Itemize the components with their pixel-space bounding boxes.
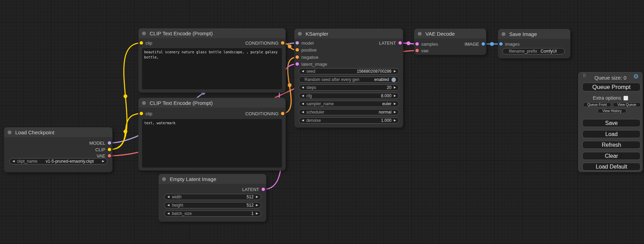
input-port-clip[interactable]: [140, 41, 143, 45]
node-ksampler[interactable]: KSampler model positive negative latent_…: [294, 29, 403, 127]
node-title: CLIP Text Encode (Prompt): [150, 30, 213, 36]
widget-seed[interactable]: ◀ seed 156680208700286 ▶: [299, 68, 399, 74]
collapse-dot[interactable]: [8, 130, 11, 134]
toggle-indicator[interactable]: [391, 78, 396, 82]
decrement-arrow-icon[interactable]: ◀: [167, 212, 169, 215]
increment-arrow-icon[interactable]: ▶: [394, 119, 396, 122]
node-clip-text-encode-negative[interactable]: CLIP Text Encode (Prompt) clip CONDITION…: [139, 98, 285, 170]
input-label: model: [301, 40, 314, 46]
output-port-latent[interactable]: [398, 41, 402, 45]
queue-front-button[interactable]: Queue Front: [583, 102, 611, 107]
output-port-model[interactable]: [108, 141, 111, 145]
widget-width[interactable]: ◀ width 512 ▶: [164, 194, 261, 200]
node-empty-latent-image[interactable]: Empty Latent Image LATENT ◀ width 512 ▶ …: [159, 174, 266, 222]
output-port-conditioning[interactable]: [281, 41, 284, 45]
queue-prompt-button[interactable]: Queue Prompt: [582, 83, 641, 91]
increment-arrow-icon[interactable]: ▶: [394, 94, 396, 97]
increment-arrow-icon[interactable]: ▶: [256, 212, 258, 215]
input-port-samples[interactable]: [415, 42, 419, 46]
input-port-latent-image[interactable]: [295, 62, 299, 66]
view-queue-button[interactable]: View Queue: [613, 102, 641, 107]
widget-value: 8.000: [381, 93, 391, 98]
node-title: Save Image: [509, 31, 537, 37]
node-title-bar: KSampler: [294, 29, 403, 38]
decrement-arrow-icon[interactable]: ◀: [302, 86, 304, 89]
node-title-bar: CLIP Text Encode (Prompt): [139, 98, 285, 108]
queue-control-panel[interactable]: ⠿ Queue size: 0 ⚙ Queue Prompt Extra opt…: [578, 72, 643, 172]
widget-cfg[interactable]: ◀ cfg 8.000 ▶: [299, 93, 399, 99]
next-arrow-icon[interactable]: ▶: [394, 111, 396, 114]
next-arrow-icon[interactable]: ▶: [102, 160, 104, 163]
input-port-positive[interactable]: [295, 48, 299, 52]
output-port-row: LATENT: [379, 40, 402, 46]
output-port-row: MODEL: [89, 140, 111, 146]
collapse-dot[interactable]: [142, 31, 146, 35]
output-port-row: IMAGE: [465, 41, 485, 47]
input-port-row: images: [499, 41, 520, 47]
node-graph-canvas[interactable]: Load Checkpoint MODEL CLIP VAE ◀ ckpt_na…: [0, 0, 644, 244]
collapse-dot[interactable]: [418, 32, 422, 36]
decrement-arrow-icon[interactable]: ◀: [302, 119, 304, 122]
widget-height[interactable]: ◀ height 512 ▶: [164, 202, 261, 208]
load-default-button[interactable]: Load Default: [582, 163, 641, 171]
output-port-clip[interactable]: [108, 148, 111, 151]
collapse-dot[interactable]: [162, 177, 166, 181]
view-history-button[interactable]: View History: [598, 109, 626, 113]
increment-arrow-icon[interactable]: ▶: [256, 196, 258, 198]
output-port-conditioning[interactable]: [281, 112, 284, 115]
save-button[interactable]: Save: [582, 119, 641, 127]
output-port-vae[interactable]: [108, 154, 111, 157]
refresh-button[interactable]: Refresh: [582, 141, 641, 149]
node-load-checkpoint[interactable]: Load Checkpoint MODEL CLIP VAE ◀ ckpt_na…: [4, 127, 112, 172]
widget-value: 1.000: [381, 118, 391, 123]
decrement-arrow-icon[interactable]: ◀: [302, 94, 304, 97]
input-port-negative[interactable]: [295, 55, 299, 59]
input-port-vae[interactable]: [415, 49, 419, 52]
increment-arrow-icon[interactable]: ▶: [256, 204, 258, 207]
input-port-model[interactable]: [295, 41, 299, 45]
widget-filename-prefix[interactable]: filename_prefix ComfyUI: [502, 48, 565, 54]
widget-scheduler[interactable]: ◀ scheduler normal ▶: [299, 109, 399, 115]
increment-arrow-icon[interactable]: ▶: [394, 86, 396, 89]
prompt-textarea[interactable]: beautiful scenery nature glass bottle la…: [142, 48, 282, 89]
clear-button[interactable]: Clear: [582, 152, 641, 160]
widget-steps[interactable]: ◀ steps 20 ▶: [299, 84, 399, 91]
collapse-dot[interactable]: [502, 32, 505, 36]
extra-options-checkbox[interactable]: [624, 96, 628, 100]
increment-arrow-icon[interactable]: ▶: [394, 70, 396, 73]
link-midpoint-dot: [124, 130, 127, 134]
link-midpoint-dot: [288, 83, 292, 87]
load-button[interactable]: Load: [582, 130, 641, 138]
widget-sampler-name[interactable]: ◀ sampler_name euler ▶: [299, 101, 399, 107]
prompt-textarea[interactable]: text, watermark: [142, 119, 282, 168]
next-arrow-icon[interactable]: ▶: [394, 102, 396, 105]
collapse-dot[interactable]: [142, 101, 146, 105]
node-vae-decode[interactable]: VAE Decode samples vae IMAGE: [414, 29, 486, 55]
input-label: samples: [421, 42, 438, 47]
widget-random-seed-toggle[interactable]: Random seed after every gen enabled: [299, 76, 399, 83]
widget-value: 512: [247, 203, 254, 208]
input-port-clip[interactable]: [140, 112, 143, 115]
node-title-bar: Save Image: [498, 29, 570, 39]
node-save-image[interactable]: Save Image images filename_prefix ComfyU…: [498, 29, 570, 58]
output-port-image[interactable]: [482, 42, 485, 46]
gear-icon[interactable]: ⚙: [633, 73, 639, 80]
node-title-bar: Empty Latent Image: [159, 174, 266, 184]
prev-arrow-icon[interactable]: ◀: [12, 160, 15, 163]
collapse-dot[interactable]: [298, 32, 302, 36]
widget-batch-size[interactable]: ◀ batch_size 1 ▶: [164, 210, 261, 217]
input-port-images[interactable]: [499, 42, 503, 46]
input-label: clip: [145, 111, 152, 116]
widget-ckpt-name[interactable]: ◀ ckpt_name v1-5-pruned-emaonly.ckpt ▶: [9, 158, 107, 164]
prev-arrow-icon[interactable]: ◀: [302, 102, 304, 105]
node-clip-text-encode-positive[interactable]: CLIP Text Encode (Prompt) clip CONDITION…: [139, 28, 285, 92]
decrement-arrow-icon[interactable]: ◀: [167, 204, 169, 207]
input-port-row: positive: [295, 47, 317, 53]
decrement-arrow-icon[interactable]: ◀: [167, 196, 169, 198]
widget-denoise[interactable]: ◀ denoise 1.000 ▶: [299, 117, 399, 124]
decrement-arrow-icon[interactable]: ◀: [302, 70, 304, 73]
prev-arrow-icon[interactable]: ◀: [302, 111, 304, 114]
input-label: negative: [301, 55, 318, 60]
input-port-row: model: [295, 40, 314, 46]
output-port-latent[interactable]: [262, 188, 265, 191]
